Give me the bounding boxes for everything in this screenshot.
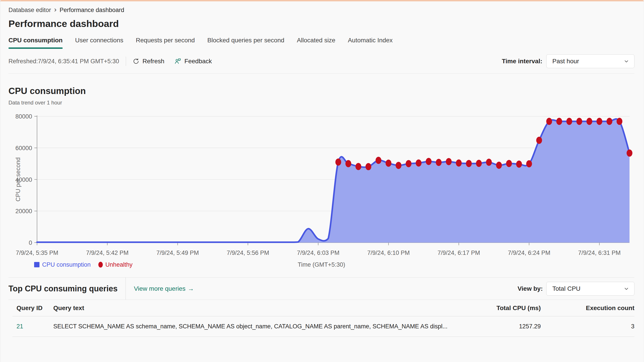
page-title: Performance dashboard <box>8 18 634 29</box>
chevron-down-icon <box>624 58 629 64</box>
refresh-icon <box>133 58 139 65</box>
feedback-icon <box>174 58 181 65</box>
column-header-query-text[interactable]: Query text <box>53 305 460 312</box>
queries-header-divider <box>126 278 126 300</box>
tab-label: Allocated size <box>297 37 336 44</box>
svg-text:7/9/24, 6:10 PM: 7/9/24, 6:10 PM <box>367 250 410 256</box>
svg-text:7/9/24, 5:35 PM: 7/9/24, 5:35 PM <box>16 250 58 256</box>
svg-text:7/9/24, 6:03 PM: 7/9/24, 6:03 PM <box>297 250 340 256</box>
refresh-button-label: Refresh <box>142 58 164 65</box>
query-table-row[interactable]: 21SELECT SCHEMA_NAME AS schema_name, SCH… <box>12 316 634 337</box>
query-id-link[interactable]: 21 <box>16 323 53 330</box>
page-content: Database editor › Performance dashboard … <box>0 1 644 337</box>
toolbar: Refreshed:7/9/24, 6:35:41 PM GMT+5:30 Re… <box>8 54 634 68</box>
tab-label: Requests per second <box>136 37 195 44</box>
time-interval-label: Time interval: <box>502 58 542 65</box>
column-header-query-id[interactable]: Query ID <box>16 305 53 312</box>
svg-text:7/9/24, 6:24 PM: 7/9/24, 6:24 PM <box>508 250 550 256</box>
svg-text:20000: 20000 <box>16 208 32 215</box>
svg-text:CPU per second: CPU per second <box>15 157 22 201</box>
arrow-right-icon: → <box>188 285 194 292</box>
tab-label: Automatic Index <box>348 37 393 44</box>
tab-user-connections[interactable]: User connections <box>75 37 123 49</box>
chart-legend-row: Time (GMT+5:30) CPU consumptionUnhealthy <box>8 260 634 270</box>
total-cpu-cell: 1257.29 <box>460 323 541 330</box>
toolbar-divider <box>126 56 126 66</box>
queries-table-body: 21SELECT SCHEMA_NAME AS schema_name, SCH… <box>12 316 634 337</box>
chart-section-title: CPU consumption <box>8 86 634 96</box>
execution-count-cell: 3 <box>541 323 634 330</box>
view-by-label: View by: <box>518 285 543 292</box>
time-interval-value: Past hour <box>552 58 579 65</box>
column-header-total-cpu[interactable]: Total CPU (ms) <box>460 305 541 312</box>
view-by-value: Total CPU <box>552 285 580 292</box>
view-more-queries-link[interactable]: View more queries → <box>134 285 194 292</box>
chart-section-subtitle: Data trend over 1 hour <box>8 100 634 106</box>
chevron-down-icon <box>624 286 629 292</box>
refresh-button[interactable]: Refresh <box>133 58 164 65</box>
tab-label: User connections <box>75 37 123 44</box>
top-queries-header: Top CPU consuming queries View more quer… <box>8 278 634 300</box>
view-by-dropdown[interactable]: Total CPU <box>546 282 634 296</box>
breadcrumb-item-database-editor[interactable]: Database editor <box>8 7 51 13</box>
svg-text:7/9/24, 5:49 PM: 7/9/24, 5:49 PM <box>156 250 199 256</box>
breadcrumb-item-performance-dashboard: Performance dashboard <box>60 7 124 13</box>
svg-text:7/9/24, 6:31 PM: 7/9/24, 6:31 PM <box>578 250 621 256</box>
column-header-execution-count[interactable]: Execution count <box>541 305 634 312</box>
cpu-consumption-chart: 0200004000060000800007/9/24, 5:35 PM7/9/… <box>8 113 634 259</box>
svg-text:80000: 80000 <box>16 113 32 120</box>
top-queries-title: Top CPU consuming queries <box>8 284 118 293</box>
tab-cpu-consumption[interactable]: CPU consumption <box>8 37 63 49</box>
refreshed-timestamp: Refreshed:7/9/24, 6:35:41 PM GMT+5:30 <box>8 58 119 65</box>
chevron-right-icon: › <box>54 6 57 14</box>
svg-text:7/9/24, 5:42 PM: 7/9/24, 5:42 PM <box>86 250 129 256</box>
tab-label: CPU consumption <box>8 37 63 44</box>
queries-table: Query ID Query text Total CPU (ms) Execu… <box>8 300 634 337</box>
x-axis-title: Time (GMT+5:30) <box>8 261 634 268</box>
breadcrumb: Database editor › Performance dashboard <box>8 6 634 14</box>
feedback-button-label: Feedback <box>184 58 212 65</box>
cpu-chart-svg: 0200004000060000800007/9/24, 5:35 PM7/9/… <box>8 113 635 258</box>
svg-text:60000: 60000 <box>16 145 32 151</box>
view-more-queries-label: View more queries <box>134 285 185 292</box>
tab-automatic-index[interactable]: Automatic Index <box>348 37 393 49</box>
feedback-button[interactable]: Feedback <box>174 58 212 65</box>
queries-table-header: Query ID Query text Total CPU (ms) Execu… <box>12 300 634 316</box>
svg-text:7/9/24, 6:17 PM: 7/9/24, 6:17 PM <box>438 250 480 256</box>
tab-blocked-queries-per-second[interactable]: Blocked queries per second <box>208 37 284 49</box>
toolbar-separator <box>8 73 634 73</box>
tab-requests-per-second[interactable]: Requests per second <box>136 37 195 49</box>
svg-text:0: 0 <box>29 240 32 246</box>
time-interval-dropdown[interactable]: Past hour <box>546 54 634 68</box>
top-queries-section: Top CPU consuming queries View more quer… <box>8 277 634 337</box>
svg-text:7/9/24, 5:56 PM: 7/9/24, 5:56 PM <box>226 250 269 256</box>
query-text-cell: SELECT SCHEMA_NAME AS schema_name, SCHEM… <box>53 323 460 330</box>
active-tab-underline <box>8 47 63 49</box>
tab-label: Blocked queries per second <box>208 37 284 44</box>
tab-bar: CPU consumptionUser connectionsRequests … <box>8 37 634 49</box>
tab-allocated-size[interactable]: Allocated size <box>297 37 336 49</box>
